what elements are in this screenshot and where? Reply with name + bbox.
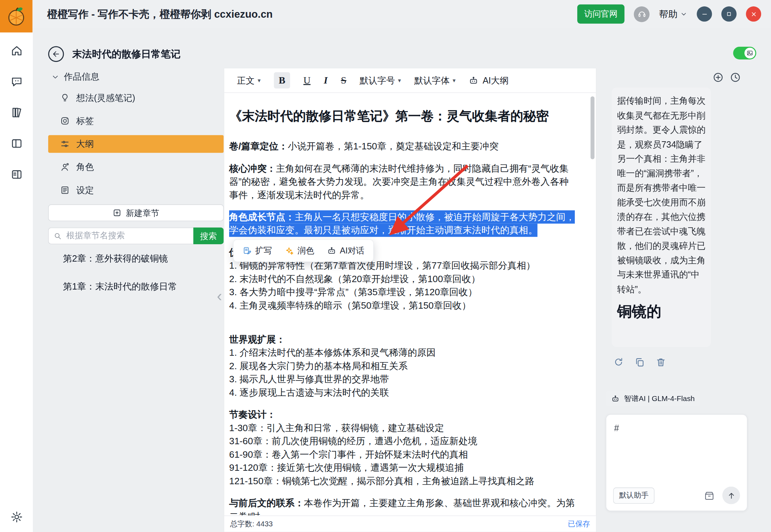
copy-button[interactable] — [634, 357, 645, 368]
chapter-search-input[interactable] — [48, 228, 193, 244]
delete-button[interactable] — [656, 357, 667, 368]
project-title: 末法时代的散修日常笔记 — [72, 47, 180, 61]
sidebar-item-settings[interactable]: 设定 — [48, 181, 224, 199]
model-badge: 智谱AI | GLM-4-Flash — [606, 391, 700, 406]
maximize-button[interactable] — [721, 6, 737, 22]
sidebar-item-label: 大纲 — [76, 138, 94, 150]
back-button[interactable] — [48, 46, 64, 62]
rail-library-button[interactable] — [7, 103, 26, 122]
visit-site-button[interactable]: 访问官网 — [577, 4, 624, 23]
section-toggle-work-info[interactable]: 作品信息 — [51, 71, 223, 82]
font-family-dropdown[interactable]: 默认字体 ▾ — [414, 74, 456, 86]
document-content[interactable]: 《末法时代的散修日常笔记》第一卷：灵气收集者的秘密 卷/篇章定位：小说开篇卷，第… — [224, 93, 596, 515]
font-size-dropdown[interactable]: 默认字号 ▾ — [359, 74, 401, 86]
selected-text[interactable]: 角色成长节点：主角从一名只想安稳度日的小散修，被迫开始周旋于各大势力之间，学会伪… — [229, 210, 575, 237]
bulb-icon — [60, 93, 70, 103]
arrow-left-icon — [52, 50, 61, 58]
ai-outline-button[interactable]: AI大纲 — [469, 74, 509, 86]
tag-icon — [60, 116, 70, 126]
chat-input[interactable]: # — [606, 415, 747, 442]
rail-workspace-button[interactable] — [7, 165, 26, 184]
robot-icon — [327, 246, 336, 255]
project-sidebar: 末法时代的散修日常笔记 作品信息 想法(灵感笔记) 标签 大纲 角色 设定 新 — [48, 45, 224, 301]
underline-button[interactable]: U — [304, 75, 311, 86]
sidebar-item-label: 标签 — [76, 115, 94, 127]
rail-settings-button[interactable] — [7, 508, 26, 526]
dropdown-arrow-icon: ▾ — [258, 77, 261, 84]
ai-assistant-toggle[interactable] — [733, 47, 756, 59]
ai-generated-text: 据传输时间，主角每次收集灵气都在无形中削弱封禁。更令人震惊的是，观察员734隐瞒… — [617, 94, 705, 297]
bold-button[interactable]: B — [274, 72, 290, 88]
doc-heading-worldview: 世界观扩展： — [229, 333, 576, 346]
sidebar-item-label: 设定 — [76, 184, 94, 196]
doc-heading-pacing: 节奏设计： — [229, 408, 576, 421]
outline-icon — [60, 139, 70, 149]
chat-input-card: # 默认助手 — [606, 414, 748, 511]
sparkle-icon — [285, 246, 294, 255]
doc-paragraph-positioning: 卷/篇章定位：小说开篇卷，第1-150章，奠定基础设定和主要冲突 — [229, 139, 576, 153]
chevron-down-icon — [680, 10, 687, 18]
rail-feedback-button[interactable] — [7, 72, 26, 91]
polish-button[interactable]: 润色 — [285, 245, 314, 256]
strikethrough-button[interactable]: S — [341, 75, 346, 86]
new-chapter-button[interactable]: 新建章节 — [48, 205, 224, 221]
minimize-icon — [701, 10, 708, 18]
sidebar-item-characters[interactable]: 角色 — [48, 158, 224, 176]
chevron-down-icon — [51, 73, 59, 81]
default-assistant-button[interactable]: 默认助手 — [613, 487, 654, 504]
header-actions: 访问官网 帮助 — [577, 4, 771, 23]
ai-chat-button[interactable]: AI对话 — [327, 245, 364, 256]
history-button[interactable] — [729, 71, 742, 84]
send-button[interactable] — [722, 487, 740, 504]
doc-paragraph-growth: 角色成长节点：主角从一名只想安稳度日的小散修，被迫开始周旋于各大势力之间，学会伪… — [229, 210, 576, 237]
word-count: 总字数: 4433 — [230, 519, 273, 528]
minimize-button[interactable] — [697, 6, 712, 22]
image-icon — [747, 50, 753, 56]
doc-list-item: 91-120章：接近第七次使用铜镜，遭遇第一次大规模追捕 — [229, 461, 576, 474]
plus-square-icon — [113, 208, 121, 217]
layout-icon — [10, 137, 23, 150]
doc-paragraph-link: 与前后文的联系：本卷作为开篇，主要建立主角形象、基础世界观和核心冲突。为第二卷“… — [229, 496, 576, 515]
regenerate-button[interactable] — [613, 357, 624, 368]
doc-list-item: 3. 各大势力暗中搜寻“异常点”（第35章埋设，第120章回收） — [229, 286, 576, 299]
rail-home-button[interactable] — [7, 41, 26, 60]
plus-circle-icon — [712, 71, 724, 83]
saved-status[interactable]: 已保存 — [568, 519, 590, 528]
sidebar-item-ideas[interactable]: 想法(灵感笔记) — [48, 89, 224, 107]
doc-list-item: 4. 主角灵魂频率特殊的暗示（第50章埋设，第150章回收） — [229, 299, 576, 312]
doc-list-item: 31-60章：前几次使用铜镜的经历，遭遇小危机，适应新处境 — [229, 434, 576, 447]
prompt-box-button[interactable] — [704, 490, 715, 501]
doc-list-item: 3. 揭示凡人世界与修真世界的交界地带 — [229, 372, 576, 385]
books-icon — [10, 106, 23, 119]
doc-list-item: 121-150章：铜镜第七次觉醒，揭示部分真相，主角被迫踏上寻找真相之路 — [229, 474, 576, 487]
expand-writing-button[interactable]: 扩写 — [242, 245, 272, 256]
robot-icon — [611, 394, 620, 403]
editor-scrollbar-thumb[interactable] — [590, 96, 594, 159]
italic-button[interactable]: I — [324, 75, 328, 86]
support-avatar[interactable] — [634, 6, 650, 22]
new-conversation-button[interactable] — [712, 71, 724, 84]
maximize-icon — [725, 10, 733, 18]
sidebar-item-tags[interactable]: 标签 — [48, 112, 224, 130]
orange-logo-icon — [5, 5, 28, 28]
paragraph-style-dropdown[interactable]: 正文 ▾ — [237, 74, 261, 86]
help-menu[interactable]: 帮助 — [659, 8, 687, 21]
doc-paragraph-conflict: 核心冲突：主角如何在灵气稀薄的末法时代维持修为，同时隐藏自己拥有“灵气收集器”的… — [229, 162, 576, 201]
close-icon — [750, 10, 758, 18]
search-button[interactable]: 搜索 — [193, 228, 224, 244]
chapter-list-item[interactable]: 第1章：末法时代的散修日常 — [48, 272, 224, 300]
app-logo — [0, 0, 33, 33]
doc-list-item: 61-90章：卷入第一个宗门事件，开始怀疑末法时代的真相 — [229, 448, 576, 461]
dropdown-arrow-icon: ▾ — [453, 77, 455, 84]
rail-bookshelf-button[interactable] — [7, 134, 26, 153]
chapter-list-item[interactable]: 第2章：意外获得的破铜镜 — [48, 244, 224, 272]
robot-icon — [469, 75, 479, 85]
app-title: 橙橙写作 - 写作不卡壳，橙橙帮你剥 ccxiezuo.cn — [47, 7, 273, 21]
collapse-sidebar-handle[interactable]: ‹ — [217, 288, 222, 304]
dropdown-arrow-icon: ▾ — [398, 77, 401, 84]
close-button[interactable] — [746, 6, 761, 22]
doc-list-item: 4. 逐步展现上古遗迹与末法时代的关联 — [229, 386, 576, 399]
new-chapter-label: 新建章节 — [126, 207, 159, 218]
sidebar-item-outline[interactable]: 大纲 — [48, 135, 224, 153]
doc-list-item: 2. 展现各大宗门势力的基本格局和相互关系 — [229, 359, 576, 372]
